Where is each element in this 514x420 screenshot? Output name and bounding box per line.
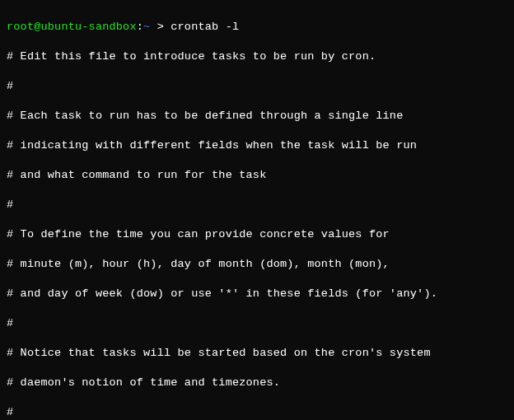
output-line: # Each task to run has to be defined thr…: [7, 109, 507, 124]
output-line: # and what command to run for the task: [7, 168, 507, 183]
prompt-line: root@ubuntu-sandbox:~ > crontab -l: [7, 20, 507, 35]
output-line: # To define the time you can provide con…: [7, 227, 507, 242]
output-line: # Edit this file to introduce tasks to b…: [7, 49, 507, 64]
output-line: # indicating with different fields when …: [7, 138, 507, 153]
output-line: #: [7, 316, 507, 331]
output-line: # and day of week (dow) or use '*' in th…: [7, 287, 507, 301]
prompt-user-host: root@ubuntu-sandbox: [7, 21, 137, 33]
output-line: #: [7, 405, 507, 420]
prompt-arrow: >: [150, 21, 171, 33]
output-line: # minute (m), hour (h), day of month (do…: [7, 257, 507, 272]
output-line: #: [7, 79, 507, 94]
output-line: #: [7, 198, 507, 212]
entered-command: crontab -l: [171, 21, 239, 33]
prompt-colon: :: [137, 21, 143, 33]
output-line: # daemon's notion of time and timezones.: [7, 376, 507, 390]
output-line: # Notice that tasks will be started base…: [7, 346, 507, 361]
terminal[interactable]: root@ubuntu-sandbox:~ > crontab -l # Edi…: [0, 0, 514, 420]
